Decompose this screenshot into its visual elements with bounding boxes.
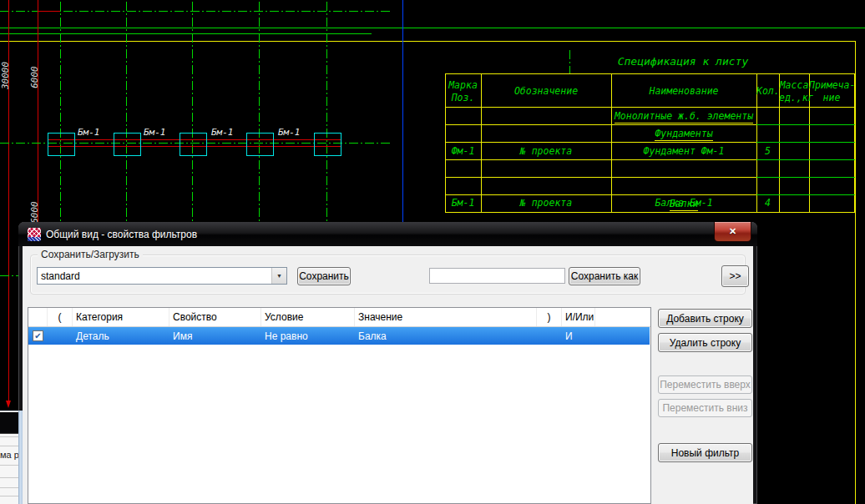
column-marker-5 <box>314 133 341 156</box>
grid-axis-4 <box>259 2 260 222</box>
spec-header-primechanie-2: ние <box>809 92 854 103</box>
move-down-button: Переместить вниз <box>658 399 752 417</box>
spec-header-marka-2: Поз. <box>445 92 481 103</box>
delete-row-button[interactable]: Удалить строку <box>658 333 752 352</box>
background-window-text: ма р <box>0 450 19 460</box>
dialog-body: Сохранить/Загрузить standard ▼ Сохранить… <box>23 246 753 504</box>
close-icon: ✕ <box>729 226 736 237</box>
spec-cell: Фундамент Фм-1 <box>611 145 756 157</box>
list-header: ( Категория Свойство Условие Значение ) … <box>28 308 650 327</box>
header-condition[interactable]: Условие <box>261 308 355 326</box>
spec-cell: Бм-1 <box>445 197 481 209</box>
dimension-line-inner <box>38 0 38 222</box>
spec-header-kol: Кол. <box>756 85 779 97</box>
cad-workspace: Бм-1 Бм-1 Бм-1 Бм-1 30000 6000 6000 Спец… <box>0 0 865 504</box>
combobox-value: standard <box>38 270 271 282</box>
filter-preset-combobox[interactable]: standard ▼ <box>37 267 287 285</box>
column-marker-4 <box>246 133 274 156</box>
save-as-input[interactable] <box>429 268 565 284</box>
check-icon: ✔ <box>34 332 41 340</box>
tekla-app-icon <box>28 228 41 241</box>
sheet-frame-line <box>0 28 865 28</box>
spec-cell: Балка Бм-1 <box>611 197 756 209</box>
rule-category: Деталь <box>73 327 173 345</box>
dimension-text-bay-top: 6000 <box>29 58 40 97</box>
header-and-or[interactable]: И/Или <box>562 308 595 326</box>
close-button[interactable]: ✕ <box>714 222 751 242</box>
chevron-down-icon[interactable]: ▼ <box>271 268 286 284</box>
grid-axis-stub <box>569 50 570 73</box>
header-checkbox-column[interactable] <box>28 308 48 326</box>
dimension-arrow <box>6 401 11 408</box>
spec-header-oboznachenie: Обозначение <box>481 85 611 97</box>
spec-header-marka-1: Марка <box>445 79 481 91</box>
header-close-paren[interactable]: ) <box>537 308 562 326</box>
spec-header-massa-1: Масса <box>779 79 809 91</box>
beam-label: Бм-1 <box>144 127 166 138</box>
sheet-border-top <box>0 41 856 42</box>
beam-label: Бм-1 <box>211 127 234 138</box>
save-as-button[interactable]: Сохранить как <box>569 267 640 285</box>
spec-cell: № проекта <box>481 145 611 157</box>
dimension-text-overall: 30000 <box>0 53 11 99</box>
filter-rules-list[interactable]: ( Категория Свойство Условие Значение ) … <box>28 307 651 504</box>
spec-cell: № проекта <box>481 197 611 209</box>
column-marker-1 <box>48 133 75 156</box>
axis-line-lower <box>0 275 18 276</box>
beam-label: Бм-1 <box>78 127 100 138</box>
grid-axis-1 <box>60 2 61 222</box>
spec-header-primechanie-1: Примеча- <box>809 79 854 91</box>
spec-row-group: Монолитные ж.б. элементы <box>615 110 753 123</box>
column-marker-2 <box>114 133 141 156</box>
column-marker-3 <box>180 133 207 156</box>
spec-header-massa-2: ед.,кг <box>779 92 809 103</box>
add-row-button[interactable]: Добавить строку <box>658 309 752 328</box>
grid-axis-5 <box>326 2 327 222</box>
spec-table-title: Спецификация к листу <box>612 55 754 68</box>
rule-enabled-checkbox[interactable]: ✔ <box>33 330 43 341</box>
spec-cell: 4 <box>756 197 779 209</box>
expand-button[interactable]: >> <box>721 265 749 287</box>
spec-row-group: Фундаменты <box>655 128 712 141</box>
grid-axis-3 <box>192 2 193 222</box>
section-line <box>402 0 403 222</box>
spec-cell: 5 <box>756 145 779 157</box>
rule-and-or: И <box>562 327 599 345</box>
grid-axis-2 <box>126 2 127 222</box>
spec-table: Марка Поз. Обозначение Наименование Кол.… <box>445 73 855 212</box>
save-button[interactable]: Сохранить <box>297 267 351 285</box>
spec-header-naimenovanie: Наименование <box>611 85 756 97</box>
header-open-paren[interactable]: ( <box>48 308 73 326</box>
rule-condition: Не равно <box>261 327 358 345</box>
header-value[interactable]: Значение <box>355 308 537 326</box>
sheet-frame-line-2 <box>0 33 372 34</box>
rule-property: Имя <box>169 327 265 345</box>
dialog-titlebar[interactable]: Общий вид - свойства фильтров <box>18 222 757 246</box>
new-filter-button[interactable]: Новый фильтр <box>658 443 752 462</box>
move-up-button: Переместить вверх <box>658 375 752 394</box>
beam-label: Бм-1 <box>278 127 301 138</box>
header-property[interactable]: Свойство <box>169 308 261 326</box>
rule-value: Балка <box>355 327 540 345</box>
dimension-tick <box>38 11 60 12</box>
dialog-title: Общий вид - свойства фильтров <box>46 229 197 240</box>
spec-cell: Фм-1 <box>445 145 481 157</box>
sheet-border-right <box>855 41 856 504</box>
header-category[interactable]: Категория <box>73 308 169 326</box>
filter-properties-dialog: Общий вид - свойства фильтров ✕ Сохранит… <box>18 222 757 504</box>
filter-rule-row[interactable]: ✔ Деталь Имя Не равно Балка И <box>28 327 650 345</box>
save-load-group-label: Сохранить/Загрузить <box>38 249 143 260</box>
